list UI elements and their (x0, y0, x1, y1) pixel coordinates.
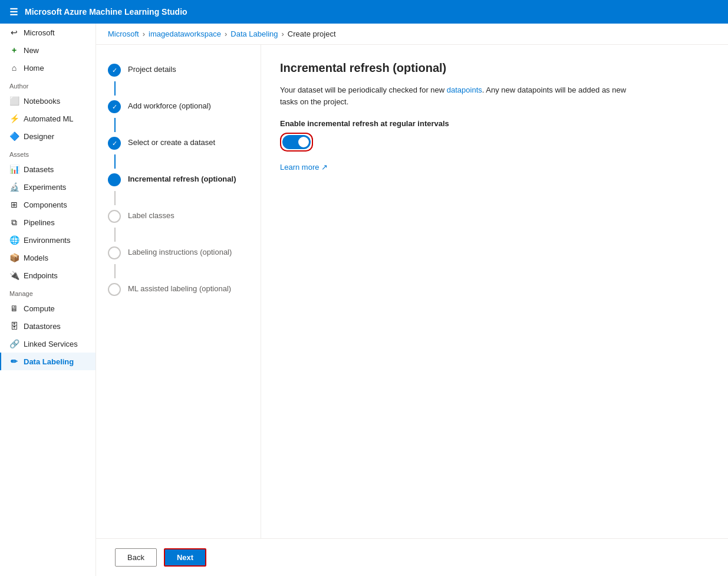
sidebar-item-home[interactable]: ⌂ Home (0, 59, 95, 77)
breadcrumb-sep-3: › (282, 29, 284, 38)
components-icon: ⊞ (9, 200, 19, 209)
step-label-add-workforce: Add workforce (optional) (128, 100, 211, 110)
step-project-details: ✓ Project details (108, 59, 249, 81)
data-labeling-icon: ✏ (9, 357, 19, 366)
step-label-label-classes: Label classes (128, 210, 174, 220)
sidebar-item-data-labeling[interactable]: ✏ Data Labeling (0, 353, 95, 370)
designer-icon: 🔷 (9, 131, 19, 141)
step-incremental-refresh: Incremental refresh (optional) (108, 169, 249, 191)
breadcrumb-sep-2: › (225, 29, 227, 38)
sidebar-item-designer[interactable]: 🔷 Designer (0, 127, 95, 145)
step-connector-5 (114, 228, 116, 242)
sidebar-item-endpoints[interactable]: 🔌 Endpoints (0, 266, 95, 284)
app-title: Microsoft Azure Machine Learning Studio (25, 7, 187, 17)
step-label-project-details: Project details (128, 64, 176, 74)
incremental-refresh-toggle[interactable] (282, 135, 311, 149)
hamburger-icon[interactable]: ☰ (9, 6, 18, 18)
step-select-dataset: ✓ Select or create a dataset (108, 132, 249, 154)
compute-icon: 🖥 (9, 304, 19, 313)
linked-services-icon: 🔗 (9, 339, 19, 348)
sidebar-item-datasets[interactable]: 📊 Datasets (0, 160, 95, 178)
step-add-workforce: ✓ Add workforce (optional) (108, 96, 249, 118)
breadcrumb-data-labeling[interactable]: Data Labeling (230, 29, 278, 38)
step-ml-assisted: ML assisted labeling (optional) (108, 278, 249, 301)
step-connector-2 (114, 118, 116, 132)
main-area: Microsoft › imagedataworkspace › Data La… (96, 24, 728, 576)
content-area: ✓ Project details ✓ Add workforce (optio… (96, 45, 728, 538)
step-dot-select-dataset: ✓ (108, 137, 121, 150)
sidebar-item-experiments[interactable]: 🔬 Experiments (0, 178, 95, 196)
breadcrumb-workspace[interactable]: imagedataworkspace (149, 29, 221, 38)
next-button[interactable]: Next (164, 548, 206, 567)
sidebar-item-new[interactable]: + New (0, 41, 95, 59)
step-connector-3 (114, 154, 116, 169)
sidebar-item-back[interactable]: ↩ Microsoft (0, 24, 95, 41)
panel-description: Your dataset will be periodically checke… (280, 84, 634, 107)
sidebar: ↩ Microsoft + New ⌂ Home Author ⬜ Notebo… (0, 24, 96, 576)
pipelines-icon: ⧉ (9, 218, 19, 227)
toggle-label: Enable incremental refresh at regular in… (280, 119, 709, 128)
step-dot-label-classes (108, 210, 121, 223)
section-manage: Manage (0, 284, 95, 299)
topbar: ☰ Microsoft Azure Machine Learning Studi… (0, 0, 728, 24)
automated-ml-icon: ⚡ (9, 114, 19, 123)
step-connector-6 (114, 264, 116, 278)
sidebar-item-automated-ml[interactable]: ⚡ Automated ML (0, 110, 95, 127)
step-label-classes: Label classes (108, 205, 249, 228)
steps-panel: ✓ Project details ✓ Add workforce (optio… (96, 45, 261, 538)
sidebar-item-environments[interactable]: 🌐 Environments (0, 231, 95, 249)
toggle-section: Enable incremental refresh at regular in… (280, 119, 709, 153)
sidebar-item-compute[interactable]: 🖥 Compute (0, 299, 95, 317)
step-dot-incremental-refresh (108, 173, 121, 186)
external-link-icon: ↗ (321, 163, 328, 172)
sidebar-item-pipelines[interactable]: ⧉ Pipelines (0, 213, 95, 231)
experiments-icon: 🔬 (9, 182, 19, 192)
endpoints-icon: 🔌 (9, 271, 19, 280)
step-connector-1 (114, 81, 116, 96)
sidebar-item-linked-services[interactable]: 🔗 Linked Services (0, 335, 95, 353)
step-connector-4 (114, 191, 116, 205)
step-label-select-dataset: Select or create a dataset (128, 137, 215, 147)
highlight-datapoints: datapoints (447, 85, 482, 94)
step-dot-project-details: ✓ (108, 64, 121, 77)
environments-icon: 🌐 (9, 235, 19, 245)
right-panel: Incremental refresh (optional) Your data… (261, 45, 728, 538)
back-icon: ↩ (9, 28, 19, 37)
section-assets: Assets (0, 145, 95, 160)
datasets-icon: 📊 (9, 164, 19, 174)
sidebar-item-notebooks[interactable]: ⬜ Notebooks (0, 92, 95, 110)
step-label-incremental-refresh: Incremental refresh (optional) (128, 173, 236, 183)
step-label-ml-assisted: ML assisted labeling (optional) (128, 283, 231, 293)
breadcrumb-microsoft[interactable]: Microsoft (108, 29, 139, 38)
breadcrumb-sep-1: › (143, 29, 145, 38)
breadcrumb: Microsoft › imagedataworkspace › Data La… (96, 24, 728, 45)
sidebar-item-components[interactable]: ⊞ Components (0, 196, 95, 213)
step-labeling-instructions: Labeling instructions (optional) (108, 242, 249, 264)
sidebar-item-datastores[interactable]: 🗄 Datastores (0, 317, 95, 335)
back-button[interactable]: Back (115, 548, 157, 567)
toggle-container (280, 133, 313, 152)
sidebar-item-models[interactable]: 📦 Models (0, 249, 95, 266)
datastores-icon: 🗄 (9, 321, 19, 331)
notebooks-icon: ⬜ (9, 96, 19, 106)
step-dot-labeling-instructions (108, 246, 121, 259)
learn-more-link[interactable]: Learn more↗ (280, 163, 709, 172)
plus-icon: + (9, 45, 19, 55)
models-icon: 📦 (9, 253, 19, 262)
breadcrumb-create-project: Create project (288, 29, 336, 38)
section-author: Author (0, 77, 95, 92)
footer: Back Next (96, 538, 728, 576)
home-icon: ⌂ (9, 63, 19, 73)
step-label-labeling-instructions: Labeling instructions (optional) (128, 246, 232, 256)
panel-title: Incremental refresh (optional) (280, 61, 709, 75)
step-dot-ml-assisted (108, 283, 121, 296)
step-dot-add-workforce: ✓ (108, 100, 121, 113)
